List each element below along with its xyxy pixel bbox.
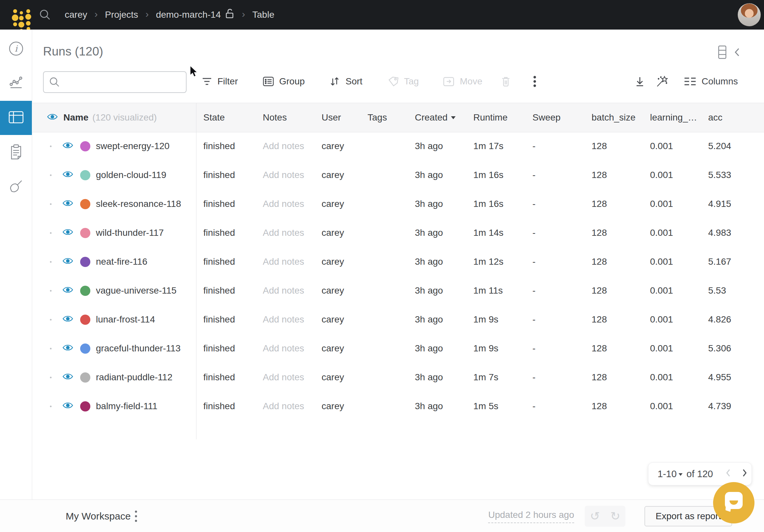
breadcrumb-entity[interactable]: carey	[65, 10, 87, 20]
sidebar-item-overview[interactable]: i	[0, 32, 32, 66]
cell-notes[interactable]: Add notes	[256, 190, 315, 218]
run-name-link[interactable]: neat-fire-116	[96, 257, 147, 267]
row-drag-handle[interactable]	[50, 261, 52, 263]
cell-notes[interactable]: Add notes	[256, 363, 315, 392]
panel-layout-icon[interactable]	[718, 45, 726, 61]
visibility-eye-icon[interactable]	[63, 141, 73, 151]
row-drag-handle[interactable]	[50, 232, 52, 234]
row-drag-handle[interactable]	[50, 174, 52, 176]
cell-notes[interactable]: Add notes	[256, 161, 315, 190]
cell-notes[interactable]: Add notes	[256, 218, 315, 247]
row-drag-handle[interactable]	[50, 290, 52, 291]
run-color-dot[interactable]	[80, 170, 90, 180]
table-row[interactable]: neat-fire-116 finished Add notes carey 3…	[32, 247, 764, 276]
run-name-link[interactable]: wild-thunder-117	[96, 228, 164, 238]
run-name-link[interactable]: lunar-frost-114	[96, 314, 155, 325]
run-name-link[interactable]: vague-universe-115	[96, 285, 176, 296]
column-header-state[interactable]: State	[196, 103, 256, 132]
column-header-runtime[interactable]: Runtime	[467, 103, 525, 132]
workspace-menu-button[interactable]	[134, 509, 138, 525]
filter-button[interactable]: Filter	[202, 72, 238, 91]
move-button[interactable]: Move	[443, 72, 482, 91]
run-color-dot[interactable]	[80, 199, 90, 209]
run-name-link[interactable]: golden-cloud-119	[96, 170, 166, 180]
visibility-eye-icon[interactable]	[63, 170, 73, 180]
run-color-dot[interactable]	[80, 286, 90, 296]
sidebar-item-sweeps[interactable]	[0, 170, 32, 204]
breadcrumb-table[interactable]: Table	[252, 10, 274, 20]
visibility-eye-icon[interactable]	[63, 199, 73, 209]
runs-search-input[interactable]	[64, 72, 186, 92]
sidebar-item-table[interactable]	[0, 101, 32, 135]
wandb-logo-icon[interactable]	[7, 4, 29, 26]
column-header-learning-rate[interactable]: learning_…	[643, 103, 701, 132]
column-header-batch-size[interactable]: batch_size	[585, 103, 643, 132]
column-header-user[interactable]: User	[315, 103, 361, 132]
cell-notes[interactable]: Add notes	[256, 132, 315, 161]
visibility-eye-icon[interactable]	[63, 401, 73, 412]
run-color-dot[interactable]	[80, 401, 90, 412]
column-header-created[interactable]: Created	[408, 103, 467, 132]
run-name-link[interactable]: swept-energy-120	[96, 141, 169, 151]
cell-notes[interactable]: Add notes	[256, 305, 315, 334]
column-header-acc[interactable]: acc	[701, 103, 764, 132]
row-drag-handle[interactable]	[50, 203, 52, 205]
workspace-name[interactable]: My Workspace	[66, 500, 131, 532]
cell-notes[interactable]: Add notes	[256, 276, 315, 305]
run-color-dot[interactable]	[80, 257, 90, 267]
delete-button[interactable]	[500, 72, 511, 91]
columns-button[interactable]: Columns	[684, 72, 738, 91]
row-drag-handle[interactable]	[50, 145, 52, 147]
run-color-dot[interactable]	[80, 372, 90, 383]
next-page-button[interactable]	[741, 468, 748, 480]
visibility-eye-icon[interactable]	[63, 257, 73, 267]
run-name-link[interactable]: radiant-puddle-112	[96, 372, 172, 383]
download-button[interactable]	[634, 72, 646, 91]
table-row[interactable]: golden-cloud-119 finished Add notes care…	[32, 161, 764, 190]
collapse-panel-chevron-icon[interactable]	[734, 47, 740, 59]
visibility-eye-icon[interactable]	[63, 314, 73, 325]
run-color-dot[interactable]	[80, 228, 90, 238]
prev-page-button[interactable]	[725, 468, 731, 480]
cell-notes[interactable]: Add notes	[256, 334, 315, 363]
visibility-eye-icon[interactable]	[63, 343, 73, 354]
user-avatar[interactable]	[738, 3, 761, 26]
breadcrumb-projects[interactable]: Projects	[105, 10, 138, 20]
column-header-tags[interactable]: Tags	[361, 103, 408, 132]
run-color-dot[interactable]	[80, 343, 90, 354]
run-name-link[interactable]: graceful-thunder-113	[96, 343, 181, 354]
table-row[interactable]: lunar-frost-114 finished Add notes carey…	[32, 305, 764, 334]
column-header-sweep[interactable]: Sweep	[525, 103, 585, 132]
intercom-chat-button[interactable]	[713, 482, 754, 523]
row-drag-handle[interactable]	[50, 377, 52, 378]
table-row[interactable]: graceful-thunder-113 finished Add notes …	[32, 334, 764, 363]
runs-search-box[interactable]	[43, 71, 187, 93]
undo-button[interactable]: ↺	[585, 506, 605, 527]
sidebar-item-charts[interactable]	[0, 66, 32, 100]
run-name-link[interactable]: sleek-resonance-118	[96, 199, 181, 209]
visibility-eye-icon[interactable]	[63, 228, 73, 238]
row-drag-handle[interactable]	[50, 348, 52, 349]
sidebar-item-notes[interactable]	[0, 135, 32, 169]
table-row[interactable]: vague-universe-115 finished Add notes ca…	[32, 276, 764, 305]
unlock-icon[interactable]	[225, 9, 235, 21]
visibility-eye-icon[interactable]	[47, 112, 58, 123]
run-name-link[interactable]: balmy-field-111	[96, 401, 157, 412]
cell-notes[interactable]: Add notes	[256, 392, 315, 421]
visibility-eye-icon[interactable]	[63, 285, 73, 296]
cell-notes[interactable]: Add notes	[256, 247, 315, 276]
table-row[interactable]: sleek-resonance-118 finished Add notes c…	[32, 190, 764, 218]
group-button[interactable]: Group	[263, 72, 305, 91]
row-drag-handle[interactable]	[50, 319, 52, 320]
last-updated-text[interactable]: Updated 2 hours ago	[488, 510, 574, 523]
run-color-dot[interactable]	[80, 141, 90, 151]
visibility-eye-icon[interactable]	[63, 372, 73, 383]
run-color-dot[interactable]	[80, 315, 90, 325]
column-header-notes[interactable]: Notes	[256, 103, 315, 132]
page-range-dropdown[interactable]: 1-10	[658, 469, 676, 479]
table-row[interactable]: balmy-field-111 finished Add notes carey…	[32, 392, 764, 421]
global-search-icon[interactable]	[39, 9, 51, 22]
table-row[interactable]: radiant-puddle-112 finished Add notes ca…	[32, 363, 764, 392]
row-drag-handle[interactable]	[50, 406, 52, 407]
table-row[interactable]: wild-thunder-117 finished Add notes care…	[32, 218, 764, 247]
